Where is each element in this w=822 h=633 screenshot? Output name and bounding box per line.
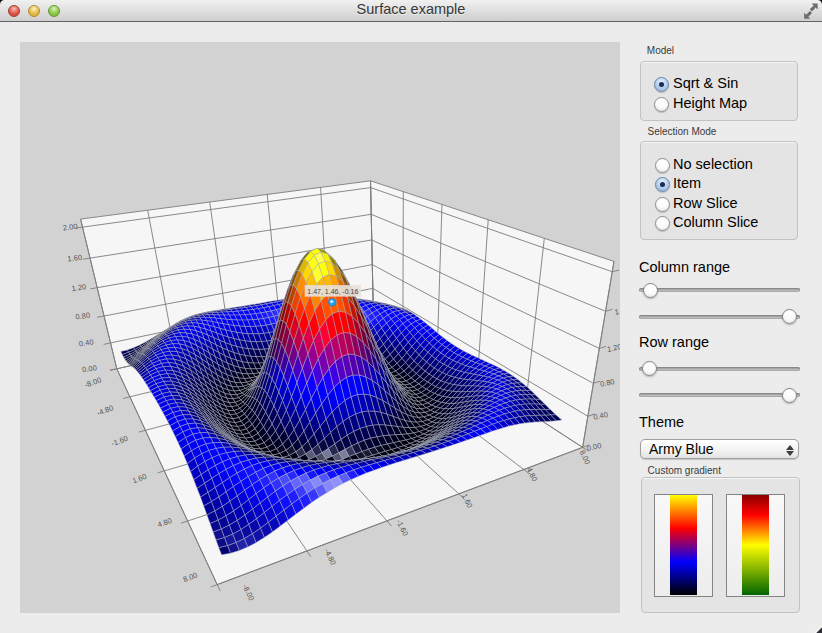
svg-text:1.47, 1.46, -0.16: 1.47, 1.46, -0.16	[307, 288, 358, 295]
